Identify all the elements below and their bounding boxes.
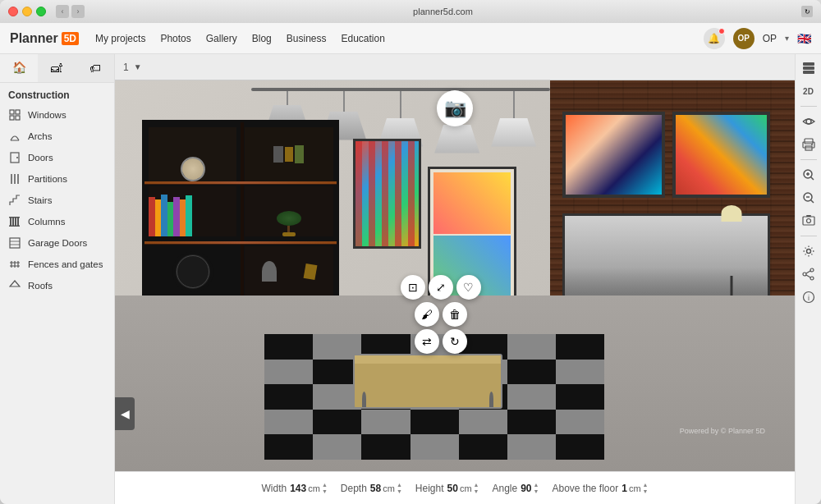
width-down[interactable]: ▼: [322, 488, 328, 494]
floor-field: Above the floor 1 cm ▲ ▼: [552, 482, 648, 494]
sidebar-item-roofs[interactable]: Roofs: [0, 275, 114, 296]
svg-text:i: i: [808, 294, 810, 302]
height-label: Height: [415, 483, 444, 494]
traffic-lights: [8, 7, 46, 16]
user-name[interactable]: OP: [763, 33, 777, 44]
nav-left-arrow[interactable]: ◀: [115, 397, 135, 430]
language-flag[interactable]: 🇬🇧: [797, 32, 811, 45]
floor-value: 1: [621, 483, 627, 494]
forward-button[interactable]: ›: [71, 5, 85, 18]
sidebar-item-stairs[interactable]: Stairs: [0, 190, 114, 211]
svg-rect-41: [806, 215, 811, 217]
svg-rect-25: [803, 66, 814, 70]
rt-screenshot-button[interactable]: [798, 210, 819, 231]
fab-container: ⊡ ⤢ ♡ 🖌 🗑 ⇄ ↻: [401, 275, 481, 354]
tab-favorites[interactable]: 🏷: [76, 54, 114, 82]
sidebar-section-title: Construction: [0, 83, 114, 104]
main-content: 🏠 🛋 🏷 Construction Windows Archs: [0, 54, 821, 504]
rt-share-button[interactable]: [798, 263, 819, 285]
svg-rect-24: [803, 62, 814, 66]
rotate-fab[interactable]: ↻: [443, 329, 467, 354]
window-title: planner5d.com: [89, 7, 796, 16]
paint-fab[interactable]: 🖌: [415, 302, 439, 327]
rt-zoom-out-button[interactable]: [798, 187, 819, 208]
angle-value: 90: [521, 483, 531, 494]
notifications-button[interactable]: 🔔: [704, 28, 725, 49]
width-up[interactable]: ▲: [322, 482, 328, 488]
roofs-label: Roofs: [28, 281, 53, 291]
layer-arrow: ▼: [134, 62, 142, 71]
flip-fab[interactable]: ⇄: [415, 329, 439, 354]
depth-unit: cm: [383, 483, 395, 493]
rt-view-button[interactable]: [798, 111, 819, 132]
sidebar-item-fences[interactable]: Fences and gates: [0, 254, 114, 275]
nav-left-icon: ◀: [121, 407, 130, 420]
svg-rect-0: [10, 110, 14, 114]
floor-stepper[interactable]: ▲ ▼: [643, 482, 649, 494]
heart-fab[interactable]: ♡: [456, 275, 481, 300]
sidebar-item-partitions[interactable]: Partitions: [0, 168, 114, 190]
rt-info-button[interactable]: i: [798, 286, 819, 308]
angle-up[interactable]: ▲: [534, 482, 539, 488]
depth-up[interactable]: ▲: [397, 482, 402, 488]
angle-down[interactable]: ▼: [534, 488, 539, 494]
move-fab[interactable]: ⤢: [429, 275, 453, 300]
depth-stepper[interactable]: ▲ ▼: [397, 482, 402, 494]
close-button[interactable]: [8, 7, 18, 16]
sidebar-item-windows[interactable]: Windows: [0, 104, 114, 126]
refresh-button[interactable]: ↻: [801, 6, 813, 17]
rt-layers-button[interactable]: [798, 57, 819, 79]
user-avatar[interactable]: OP: [733, 28, 754, 49]
coffee-table: [353, 354, 502, 409]
clock: [149, 246, 237, 296]
rt-settings-button[interactable]: [798, 241, 819, 262]
sidebar-item-garage-doors[interactable]: Garage Doors: [0, 232, 114, 254]
floor-up[interactable]: ▲: [643, 482, 649, 488]
delete-fab[interactable]: 🗑: [443, 302, 467, 327]
svg-rect-10: [10, 218, 11, 226]
tab-home[interactable]: 🏠: [0, 54, 38, 82]
height-down[interactable]: ▼: [474, 488, 479, 494]
nav-business[interactable]: Business: [287, 33, 327, 44]
sidebar-item-doors[interactable]: Doors: [0, 147, 114, 168]
height-up[interactable]: ▲: [474, 482, 479, 488]
user-dropdown-arrow[interactable]: ▾: [785, 34, 789, 43]
height-stepper[interactable]: ▲ ▼: [474, 482, 479, 494]
rt-zoom-in-button[interactable]: [798, 164, 819, 186]
rt-print-button[interactable]: [798, 134, 819, 155]
sidebar-item-columns[interactable]: Columns: [0, 211, 114, 232]
copy-fab[interactable]: ⊡: [401, 275, 425, 300]
nav-blog[interactable]: Blog: [252, 33, 272, 44]
svg-rect-26: [803, 71, 814, 74]
height-value: 50: [447, 483, 458, 494]
rt-2d-button[interactable]: 2D: [798, 80, 819, 102]
tab-furniture[interactable]: 🛋: [38, 54, 76, 82]
nav-photos[interactable]: Photos: [160, 33, 190, 44]
nav-education[interactable]: Education: [342, 33, 385, 44]
room-render: ⊡ ⤢ ♡ 🖌 🗑 ⇄ ↻: [115, 80, 795, 471]
height-value-group: 50 cm ▲ ▼: [447, 482, 479, 494]
maximize-button[interactable]: [36, 7, 46, 16]
minimize-button[interactable]: [22, 7, 32, 16]
sidebar-item-archs[interactable]: Archs: [0, 126, 114, 147]
logo[interactable]: Planner 5D: [10, 31, 79, 46]
rt-separator-3: [800, 236, 817, 236]
angle-stepper[interactable]: ▲ ▼: [534, 482, 539, 494]
titlebar: ‹ › planner5d.com ↻: [0, 0, 821, 23]
depth-down[interactable]: ▼: [397, 488, 402, 494]
svg-rect-15: [9, 226, 20, 227]
canvas-area[interactable]: 1 ▼ 📷: [115, 54, 795, 504]
artwork-back-1: [353, 139, 421, 248]
angle-field: Angle 90 ▲ ▼: [492, 482, 539, 494]
titlebar-controls: ↻: [801, 6, 813, 17]
back-button[interactable]: ‹: [56, 5, 69, 18]
nav-my-projects[interactable]: My projects: [95, 33, 145, 44]
width-unit: cm: [308, 483, 320, 493]
bonsai: [245, 186, 333, 236]
app-window: ‹ › planner5d.com ↻ Planner 5D My projec…: [0, 0, 821, 504]
floor-down[interactable]: ▼: [643, 488, 649, 494]
nav-gallery[interactable]: Gallery: [206, 33, 237, 44]
2d-label: 2D: [803, 87, 814, 96]
screenshot-button[interactable]: 📷: [437, 90, 473, 126]
width-stepper[interactable]: ▲ ▼: [322, 482, 328, 494]
